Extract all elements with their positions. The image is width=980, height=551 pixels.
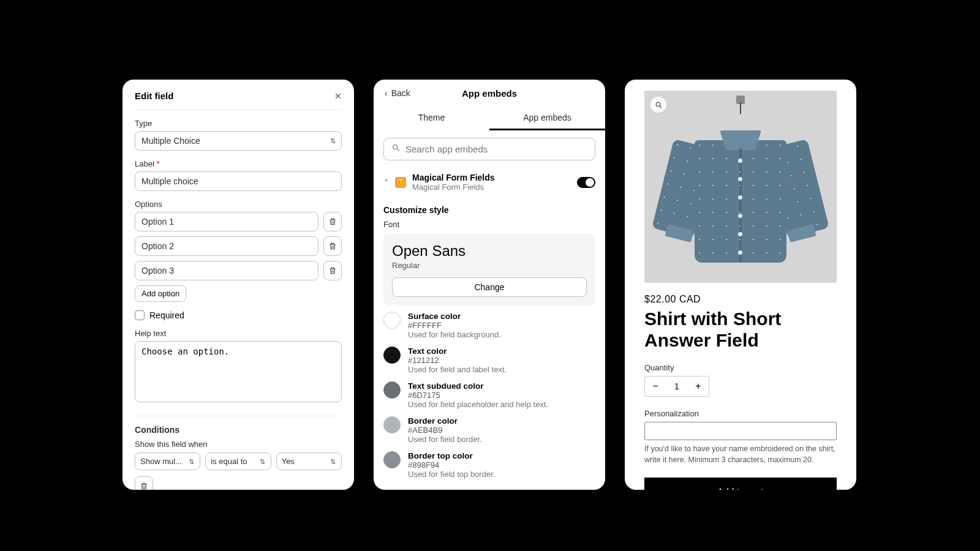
condition-field-select[interactable]: Show mul... (135, 452, 200, 470)
color-swatch[interactable] (383, 381, 401, 399)
helptext-textarea[interactable]: Choose an option. (135, 341, 342, 402)
color-desc: Used for field and label text. (408, 365, 507, 374)
delete-option-button[interactable] (323, 212, 342, 231)
search-icon (391, 143, 401, 155)
color-swatch[interactable] (383, 312, 401, 329)
app-icon: 😊 (395, 177, 406, 188)
color-swatch[interactable] (383, 416, 401, 433)
search-input[interactable] (405, 144, 587, 154)
svg-point-0 (393, 145, 398, 150)
personalization-label: Personalization (644, 409, 837, 418)
color-desc: Used for field border. (408, 435, 482, 444)
required-checkbox[interactable] (135, 310, 145, 320)
tab-theme[interactable]: Theme (374, 107, 489, 130)
condition-value-select[interactable]: Yes (276, 452, 342, 470)
type-select[interactable]: Multiple Choice (135, 131, 342, 151)
embed-toggle[interactable] (577, 177, 595, 188)
conditions-hint: Show this field when (135, 440, 342, 449)
trash-icon (328, 217, 337, 226)
delete-option-button[interactable] (323, 261, 342, 280)
option-input[interactable] (135, 261, 318, 280)
magnify-icon (655, 101, 663, 109)
delete-condition-button[interactable] (135, 476, 153, 490)
personalization-help: If you'd like to have your name embroide… (644, 444, 837, 465)
edit-field-panel: Edit field ✕ Type Multiple Choice ⇅ Labe… (123, 80, 354, 490)
color-hex: #6D7175 (408, 391, 548, 400)
option-row (135, 236, 342, 256)
app-embeds-panel: ‹ Back App embeds Theme App embeds ⌃ 😊 M… (374, 80, 605, 490)
option-row (135, 261, 342, 280)
font-label: Font (374, 220, 605, 234)
condition-operator-select[interactable]: is equal to (205, 452, 271, 470)
personalization-input[interactable] (644, 422, 837, 440)
quantity-decrement-button[interactable]: − (645, 377, 666, 396)
svg-line-3 (660, 106, 662, 108)
trash-icon (328, 266, 337, 275)
zoom-button[interactable] (650, 97, 666, 113)
color-name: Text color (408, 347, 507, 356)
trash-icon (140, 482, 148, 490)
delete-option-button[interactable] (323, 236, 342, 256)
label-label: Label * (135, 159, 342, 168)
close-icon[interactable]: ✕ (334, 91, 342, 101)
product-title: Shirt with Short Answer Field (644, 309, 837, 351)
color-desc: Used for field background. (408, 330, 501, 339)
svg-point-2 (656, 102, 660, 107)
color-swatch[interactable] (383, 347, 401, 364)
quantity-stepper: − 1 + (644, 376, 709, 397)
conditions-title: Conditions (135, 425, 342, 435)
label-input[interactable] (135, 171, 342, 191)
change-font-button[interactable]: Change (392, 277, 587, 297)
color-row: Text subdued color#6D7175Used for field … (374, 375, 605, 410)
option-input[interactable] (135, 212, 318, 231)
font-name: Open Sans (392, 242, 587, 260)
option-row (135, 212, 342, 231)
chevron-up-icon[interactable]: ⌃ (383, 178, 389, 186)
color-hex: #898F94 (408, 460, 495, 470)
panel-title: Edit field (135, 91, 173, 101)
product-preview-panel: $22.00 CAD Shirt with Short Answer Field… (625, 80, 856, 490)
color-swatch[interactable] (383, 451, 401, 468)
required-label: Required (149, 310, 184, 320)
tab-app-embeds[interactable]: App embeds (489, 107, 605, 130)
back-button[interactable]: ‹ Back (385, 88, 410, 98)
customize-title: Customize style (374, 197, 605, 220)
product-image (644, 91, 837, 283)
color-row: Surface color#FFFFFFUsed for field backg… (374, 305, 605, 340)
color-name: Surface color (408, 312, 501, 321)
color-desc: Used for field placeholder and help text… (408, 400, 548, 409)
search-input-wrapper[interactable] (383, 138, 595, 160)
color-row: Border top color#898F94Used for field to… (374, 445, 605, 480)
color-hex: #121212 (408, 356, 507, 365)
helptext-label: Help text (135, 329, 342, 338)
embed-name: Magical Form Fields (412, 173, 495, 182)
color-name: Text subdued color (408, 381, 548, 391)
embed-sub: Magical Form Fields (412, 182, 495, 192)
color-name: Border color (408, 416, 482, 425)
color-hex: #AEB4B9 (408, 425, 482, 435)
color-desc: Used for field top border. (408, 470, 495, 479)
color-hex: #FFFFFF (408, 321, 501, 330)
quantity-label: Quantity (644, 363, 837, 372)
svg-line-1 (397, 149, 399, 151)
chevron-left-icon: ‹ (385, 88, 388, 98)
product-price: $22.00 CAD (644, 294, 837, 305)
add-option-button[interactable]: Add option (135, 285, 186, 302)
color-name: Border top color (408, 451, 495, 460)
quantity-value: 1 (666, 377, 688, 396)
font-card: Open Sans Regular Change (383, 234, 595, 305)
font-style: Regular (392, 261, 587, 270)
quantity-increment-button[interactable]: + (688, 377, 709, 396)
color-row: Text color#121212Used for field and labe… (374, 340, 605, 375)
type-label: Type (135, 119, 342, 128)
option-input[interactable] (135, 236, 318, 256)
options-label: Options (135, 200, 342, 209)
color-row: Border color#AEB4B9Used for field border… (374, 410, 605, 445)
trash-icon (328, 242, 337, 250)
add-to-cart-button[interactable]: Add to cart (644, 478, 837, 490)
